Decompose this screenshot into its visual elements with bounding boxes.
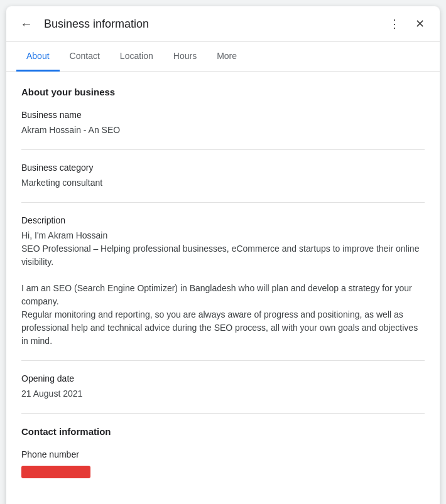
description-label: Description [21,215,425,225]
close-icon: ✕ [415,17,425,31]
business-info-window: ← Business information ⋮ ✕ About Contact… [6,6,440,504]
divider-2 [21,202,425,203]
tab-contact[interactable]: Contact [60,42,110,72]
description-line-4: Regular monitoring and reporting, so you… [21,309,418,346]
tabs-bar: About Contact Location Hours More [6,42,440,72]
page-title: Business information [44,18,384,31]
back-icon: ← [20,17,33,31]
phone-number-redacted [21,466,90,478]
business-name-value: Akram Hossain - An SEO [21,124,425,137]
content-area: About your business Business name Akram … [6,72,440,504]
business-name-label: Business name [21,110,425,120]
tab-about[interactable]: About [16,42,60,72]
business-name-field: Business name Akram Hossain - An SEO [21,110,425,137]
header-icons: ⋮ ✕ [384,14,430,34]
divider-4 [21,413,425,414]
tab-location[interactable]: Location [110,42,163,72]
more-options-button[interactable]: ⋮ [384,14,405,34]
back-button[interactable]: ← [16,14,36,34]
opening-date-label: Opening date [21,373,425,383]
business-category-label: Business category [21,163,425,173]
contact-section-title: Contact information [21,426,425,437]
description-field: Description Hi, I'm Akram Hossain SEO Pr… [21,215,425,348]
phone-number-label: Phone number [21,449,425,459]
opening-date-field: Opening date 21 August 2021 [21,373,425,400]
description-line-2: SEO Professional – Helping professional … [21,244,419,267]
tab-hours[interactable]: Hours [163,42,207,72]
description-line-1: Hi, I'm Akram Hossain [21,230,107,240]
more-options-icon: ⋮ [389,17,400,31]
header: ← Business information ⋮ ✕ [6,6,440,42]
business-category-value: Marketing consultant [21,176,425,190]
divider-3 [21,360,425,361]
tab-more[interactable]: More [207,42,247,72]
opening-date-value: 21 August 2021 [21,387,425,400]
close-button[interactable]: ✕ [410,14,430,34]
business-category-field: Business category Marketing consultant [21,163,425,190]
phone-number-field: Phone number [21,449,425,481]
about-section-title: About your business [21,87,425,97]
divider-1 [21,149,425,150]
description-line-3: I am an SEO (Search Engine Optimizer) in… [21,283,412,306]
description-value: Hi, I'm Akram Hossain SEO Professional –… [21,229,425,348]
